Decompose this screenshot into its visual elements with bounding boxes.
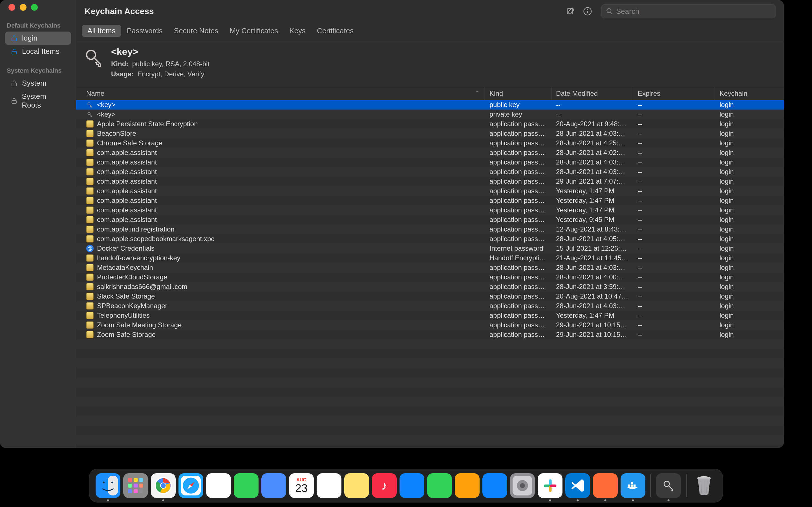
dock-app-zoom[interactable] [261,473,286,498]
sidebar-item-system[interactable]: System [5,76,71,90]
search-box[interactable] [601,4,776,18]
table-row[interactable]: <key>public key----login [76,100,784,110]
dock-app-chrome[interactable] [151,473,175,498]
sidebar-item-login[interactable]: login [5,32,71,45]
dock-app-photos[interactable] [206,473,231,498]
dock-app-keychain[interactable] [656,473,681,498]
tab-my-certificates[interactable]: My Certificates [224,25,284,37]
table-row[interactable]: com.apple.assistantapplication password2… [76,167,784,177]
table-row[interactable]: Zoom Safe Meeting Storageapplication pas… [76,320,784,330]
dock-app-numbers[interactable] [427,473,452,498]
dock-app-appstore[interactable] [483,473,507,498]
search-input[interactable] [616,7,771,16]
table-row[interactable]: SPBeaconKeyManagerapplication password28… [76,301,784,311]
row-name: com.apple.assistant [97,196,157,205]
dock-app-finder[interactable] [96,473,120,498]
table-row[interactable]: @Docker CredentialsInternet password15-J… [76,244,784,253]
table-row[interactable]: com.apple.assistantapplication passwordY… [76,186,784,196]
row-name: BeaconStore [97,129,136,137]
dock-app-safari[interactable] [179,473,203,498]
svg-point-7 [587,9,588,10]
row-keychain: login [715,129,784,137]
table-row[interactable]: com.apple.assistantapplication password2… [76,158,784,167]
column-keychain[interactable]: Keychain [715,87,784,100]
dock-app-keynote[interactable] [400,473,424,498]
items-table[interactable]: <key>public key----login<key>private key… [76,100,784,448]
sidebar-item-label: Local Items [22,47,59,56]
table-row[interactable]: com.apple.assistantapplication passwordY… [76,215,784,224]
dock-app-vscode[interactable] [565,473,590,498]
row-expires: -- [633,187,715,195]
dock-trash[interactable] [692,473,716,498]
table-row[interactable]: com.apple.assistantapplication passwordY… [76,205,784,215]
column-kind[interactable]: Kind [485,87,552,100]
row-name: com.apple.ind.registration [97,225,174,233]
dock-app-settings[interactable] [510,473,535,498]
table-row[interactable]: com.apple.assistantapplication passwordY… [76,196,784,205]
zoom-window-button[interactable] [31,4,38,11]
dock-app-facetime[interactable] [234,473,259,498]
dock-app-docker[interactable] [620,473,645,498]
dock-app-calendar[interactable]: AUG23 [289,473,314,498]
dock-app-slack[interactable] [538,473,562,498]
row-expires: -- [633,196,715,205]
sidebar-item-system-roots[interactable]: System Roots [5,90,71,112]
application-password-icon [86,139,94,147]
tab-secure-notes[interactable]: Secure Notes [168,25,224,37]
keychain-window: Default Keychains loginLocal Items Syste… [0,0,784,448]
close-window-button[interactable] [8,4,15,11]
tab-all-items[interactable]: All Items [82,25,121,37]
table-row[interactable]: ProtectedCloudStorageapplication passwor… [76,272,784,282]
sidebar-item-local-items[interactable]: Local Items [5,45,71,58]
row-date: -- [552,110,633,118]
dock-app-postman[interactable] [593,473,618,498]
row-name: SPBeaconKeyManager [97,302,167,310]
dock: AUG23♪ [89,469,723,503]
row-name: TelephonyUtilities [97,312,150,320]
row-keychain: login [715,302,784,310]
row-date: 28-Jun-2021 at 4:25:15 P… [552,139,633,147]
table-row[interactable]: Chrome Safe Storageapplication password2… [76,138,784,148]
tab-keys[interactable]: Keys [284,25,311,37]
table-row[interactable]: Slack Safe Storageapplication password20… [76,291,784,301]
dock-separator [651,474,651,497]
table-row[interactable]: com.apple.assistantapplication password2… [76,177,784,186]
row-kind: application password [485,120,552,128]
table-row[interactable]: <key>private key----login [76,110,784,119]
tab-passwords[interactable]: Passwords [121,25,168,37]
dock-app-notes[interactable] [344,473,369,498]
dock-app-launchpad[interactable] [123,473,148,498]
table-row[interactable]: Apple Persistent State Encryptionapplica… [76,119,784,129]
column-expires[interactable]: Expires [633,87,715,100]
table-row[interactable]: BeaconStoreapplication password28-Jun-20… [76,129,784,138]
table-row[interactable]: com.apple.assistantapplication password2… [76,148,784,158]
table-row[interactable]: saikrishnadas666@gmail.comapplication pa… [76,282,784,291]
compose-button[interactable] [565,6,576,17]
minimize-window-button[interactable] [20,4,27,11]
row-name: com.apple.assistant [97,149,157,157]
row-date: 12-Aug-2021 at 8:43:01… [552,225,633,233]
dock-app-music[interactable]: ♪ [372,473,397,498]
detail-title: <key> [111,46,209,57]
application-password-icon [86,255,94,262]
dock-app-pages[interactable] [455,473,479,498]
application-password-icon [86,187,94,194]
application-password-icon [86,159,94,166]
column-name[interactable]: Name⌃ [76,87,485,100]
application-password-icon [86,149,94,156]
table-row[interactable]: com.apple.ind.registrationapplication pa… [76,224,784,234]
table-row[interactable]: TelephonyUtilitiesapplication passwordYe… [76,311,784,320]
row-expires: -- [633,312,715,320]
table-row[interactable]: handoff-own-encryption-keyHandoff Encryp… [76,253,784,263]
info-button[interactable] [582,6,593,17]
column-date-modified[interactable]: Date Modified [552,87,633,100]
tab-certificates[interactable]: Certificates [311,25,359,37]
application-password-icon [86,302,94,309]
table-row[interactable]: Zoom Safe Storageapplication password29-… [76,330,784,339]
table-row[interactable]: MetadataKeychainapplication password28-J… [76,263,784,272]
row-expires: -- [633,168,715,176]
row-kind: application password [485,158,552,166]
dock-app-reminders[interactable] [317,473,342,498]
row-name: com.apple.assistant [97,158,157,166]
table-row[interactable]: com.apple.scopedbookmarksagent.xpcapplic… [76,234,784,244]
